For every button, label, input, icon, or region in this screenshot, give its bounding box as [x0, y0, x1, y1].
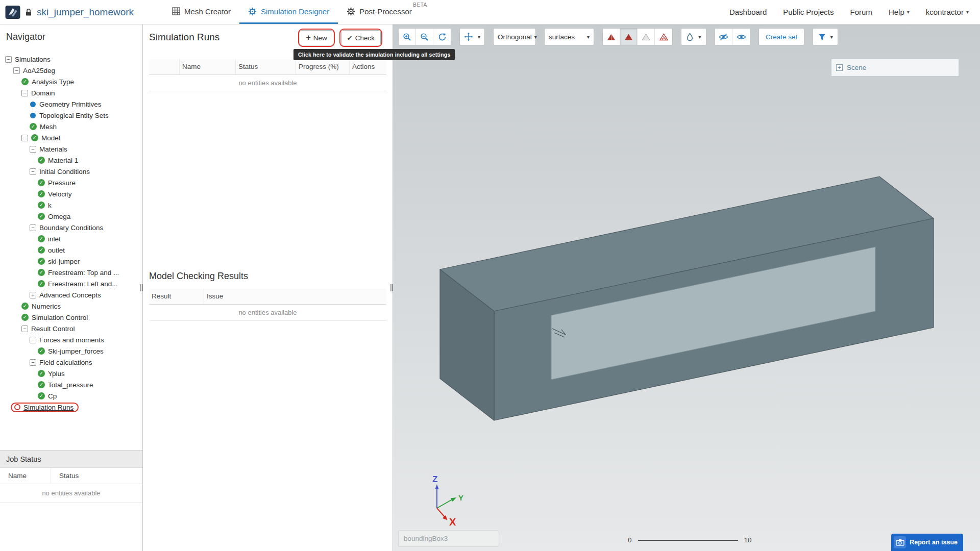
render-mode-solid-button[interactable]	[603, 29, 620, 45]
zoom-out-icon	[420, 33, 429, 41]
tree-item-numerics[interactable]: ✓Numerics	[0, 300, 142, 312]
tab-mesh-creator[interactable]: Mesh Creator	[163, 0, 239, 24]
pan-tool-dropdown[interactable]: ▾	[460, 29, 484, 45]
panel-resize-handle[interactable]	[390, 284, 394, 291]
tree-item-field-calculations[interactable]: −Field calculations	[0, 357, 142, 368]
model-checking-empty-text: no entities available	[149, 305, 386, 321]
collapse-icon[interactable]: −	[30, 168, 36, 175]
collapse-icon[interactable]: −	[21, 90, 28, 96]
tree-item-velocity[interactable]: ✓Velocity	[0, 188, 142, 199]
tree-item-cp[interactable]: ✓Cp	[0, 390, 142, 402]
status-check-icon: ✓	[21, 303, 29, 310]
collapse-icon[interactable]: −	[30, 337, 36, 343]
status-check-icon: ✓	[38, 258, 45, 265]
render-style-select[interactable]: surfaces ▾	[544, 28, 594, 45]
scene-panel[interactable]: + Scene	[831, 59, 959, 77]
filter-dropdown[interactable]: ▾	[813, 29, 838, 45]
tree-item-total-pressure[interactable]: ✓Total_pressure	[0, 379, 142, 390]
tree-item-simulations[interactable]: −Simulations	[0, 54, 142, 65]
tree-item-simulation-runs[interactable]: Simulation Runs	[0, 402, 142, 413]
hide-selection-button[interactable]	[715, 29, 732, 45]
tree-item-freestream-left-and[interactable]: ✓Freestream: Left and...	[0, 278, 142, 289]
tree-item-label: Simulation Runs	[23, 404, 74, 411]
tree-item-topological-entity-sets[interactable]: Topological Entity Sets	[0, 110, 142, 121]
status-check-icon: ✓	[38, 347, 45, 355]
column-header-issue: Issue	[204, 289, 386, 304]
tree-item-inlet[interactable]: ✓inlet	[0, 233, 142, 244]
nav-help-menu[interactable]: Help▾	[889, 8, 910, 16]
refresh-icon	[438, 33, 447, 41]
expand-icon[interactable]: +	[30, 292, 36, 298]
tree-item-simulation-control[interactable]: ✓Simulation Control	[0, 312, 142, 323]
tree-item-label: Ski-jumper_forces	[48, 347, 104, 355]
filter-group: ▾	[813, 28, 838, 45]
create-set-button[interactable]: Create set	[758, 28, 804, 45]
eye-slash-icon	[719, 33, 728, 41]
tree-item-omega[interactable]: ✓Omega	[0, 211, 142, 222]
x-axis-label: X	[449, 516, 456, 528]
wireframe-triangle-icon	[659, 33, 668, 41]
render-mode-surfaces-button[interactable]	[620, 29, 638, 45]
tree-item-outlet[interactable]: ✓outlet	[0, 244, 142, 256]
tree-item-materials[interactable]: −Materials	[0, 143, 142, 155]
status-check-icon: ✓	[38, 235, 45, 242]
zoom-in-icon	[403, 33, 411, 41]
tree-item-freestream-top-and[interactable]: ✓Freestream: Top and ...	[0, 267, 142, 278]
projection-select[interactable]: Orthogonal ▾	[493, 28, 536, 45]
nav-public-projects[interactable]: Public Projects	[783, 8, 834, 16]
selection-name-input[interactable]: boundingBox3	[398, 530, 499, 547]
color-dropdown[interactable]: ▾	[681, 29, 706, 45]
nav-link-label: Public Projects	[783, 8, 834, 16]
tree-item-result-control[interactable]: −Result Control	[0, 323, 142, 334]
panel-resize-handle[interactable]	[140, 284, 143, 291]
tree-item-pressure[interactable]: ✓Pressure	[0, 177, 142, 188]
simscale-logo[interactable]	[5, 5, 20, 19]
tab-simulation-designer[interactable]: Simulation Designer	[239, 0, 338, 24]
collapse-icon[interactable]: −	[30, 359, 36, 366]
collapse-icon[interactable]: −	[13, 67, 20, 74]
show-all-button[interactable]	[732, 29, 750, 45]
nav-forum[interactable]: Forum	[850, 8, 872, 16]
tree-item-advanced-concepts[interactable]: +Advanced Concepts	[0, 289, 142, 300]
job-status-title: Job Status	[0, 450, 142, 468]
render-mode-wireframe-button[interactable]	[655, 29, 672, 45]
tree-item-initial-conditions[interactable]: −Initial Conditions	[0, 166, 142, 177]
viewport-canvas[interactable]	[393, 24, 980, 551]
chevron-down-icon: ▾	[698, 34, 701, 40]
status-check-icon: ✓	[31, 134, 38, 141]
zoom-in-button[interactable]	[399, 29, 416, 45]
render-mode-hidden-button[interactable]	[638, 29, 655, 45]
collapse-icon[interactable]: −	[21, 135, 28, 141]
nav-dashboard[interactable]: Dashboard	[729, 8, 767, 16]
report-issue-button[interactable]: Report an issue	[891, 534, 963, 551]
nav-user-menu[interactable]: kcontractor▾	[926, 8, 969, 16]
tree-item-geometry-primitives[interactable]: Geometry Primitives	[0, 98, 142, 110]
zoom-out-button[interactable]	[416, 29, 433, 45]
tree-item-domain[interactable]: −Domain	[0, 87, 142, 98]
collapse-icon[interactable]: −	[30, 146, 36, 153]
tree-item-boundary-conditions[interactable]: −Boundary Conditions	[0, 222, 142, 233]
tree-item-yplus[interactable]: ✓Yplus	[0, 368, 142, 379]
tree-item-material-1[interactable]: ✓Material 1	[0, 155, 142, 166]
check-simulation-button[interactable]: ✔ Check	[341, 30, 381, 45]
collapse-icon[interactable]: −	[21, 325, 28, 332]
annotation-highlight: + New	[298, 29, 334, 47]
tree-item-forces-and-moments[interactable]: −Forces and moments	[0, 334, 142, 345]
tree-item-mesh[interactable]: ✓Mesh	[0, 121, 142, 132]
viewport-3d[interactable]: ▾ Orthogonal ▾ surfaces ▾	[393, 24, 980, 551]
refresh-view-button[interactable]	[433, 29, 451, 45]
collapse-icon[interactable]: −	[30, 224, 36, 231]
new-run-button[interactable]: + New	[300, 30, 333, 45]
tree-item-ski-jumper[interactable]: ✓ski-jumper	[0, 256, 142, 267]
tree-item-model[interactable]: −✓Model	[0, 132, 142, 143]
tree-item-k[interactable]: ✓k	[0, 199, 142, 211]
tree-item-ski-jumper-forces[interactable]: ✓Ski-jumper_forces	[0, 345, 142, 357]
tree-item-analysis-type[interactable]: ✓Analysis Type	[0, 76, 142, 87]
tree-item-aoa25deg[interactable]: −AoA25deg	[0, 65, 142, 76]
tree-item-label: Simulations	[15, 56, 51, 63]
tree-item-label: Initial Conditions	[39, 168, 90, 176]
collapse-icon[interactable]: −	[5, 56, 12, 63]
color-tool-group: ▾	[681, 28, 706, 45]
job-status-empty-text: no entities available	[0, 484, 142, 503]
tab-post-processor[interactable]: Post-Processor BETA	[338, 0, 429, 24]
